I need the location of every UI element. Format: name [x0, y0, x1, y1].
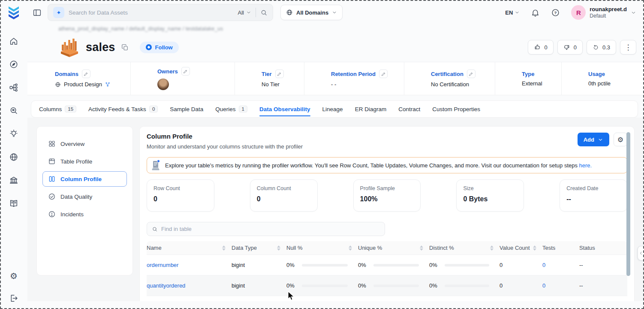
edit-tier-button[interactable]	[275, 70, 284, 78]
language-dropdown[interactable]: EN	[505, 9, 520, 16]
settings-gear-icon[interactable]: ⚙	[9, 271, 18, 281]
tab-label: Queries	[215, 106, 235, 112]
stat-label: Column Count	[257, 185, 311, 191]
col-header-name[interactable]: Name	[147, 241, 232, 254]
unique-pct-bar[interactable]	[373, 264, 419, 267]
docs-link[interactable]: here.	[579, 162, 592, 169]
ai-sparkle-icon[interactable]: ✦	[53, 7, 64, 18]
user-menu[interactable]: R rounakpreet.d Default	[571, 5, 636, 20]
notifications-bell-icon[interactable]	[531, 8, 540, 17]
edit-owners-button[interactable]	[181, 67, 190, 76]
col-header-null-pct[interactable]: Null %	[286, 241, 358, 254]
help-icon[interactable]: ?	[551, 8, 560, 17]
sort-icon[interactable]	[420, 245, 423, 251]
home-icon[interactable]	[9, 36, 18, 46]
stat-value: 100%	[360, 195, 414, 203]
upvote-button[interactable]: 0	[528, 40, 553, 55]
explore-compass-icon[interactable]	[9, 60, 18, 69]
distinct-pct-cell: 0%	[429, 282, 500, 289]
tab-er-diagram[interactable]: ER Diagram	[355, 100, 387, 118]
stat-card-profile-sample: Profile Sample 100%	[353, 179, 421, 212]
tests-link[interactable]: 0	[542, 262, 545, 268]
version-button[interactable]: 0.3	[587, 40, 616, 55]
tab-contract[interactable]: Contract	[398, 100, 420, 118]
col-header-distinct-pct[interactable]: Distinct %	[429, 241, 500, 254]
tab-queries[interactable]: Queries 1	[215, 100, 247, 118]
global-search-input[interactable]	[69, 9, 234, 16]
distinct-pct-bar[interactable]	[445, 264, 489, 267]
downvote-count: 0	[574, 44, 577, 51]
global-search-bar[interactable]: ✦ All	[48, 4, 273, 21]
owner-avatar[interactable]	[157, 79, 169, 90]
side-panel-handle[interactable]	[638, 246, 644, 261]
avatar: R	[571, 5, 586, 20]
stat-label: Profile Sample	[360, 185, 414, 191]
search-scope-dropdown[interactable]: All	[238, 9, 251, 16]
null-pct-bar[interactable]	[302, 285, 348, 287]
copy-link-icon[interactable]	[121, 44, 129, 51]
meta-field-domains: Domains Product Design	[27, 62, 131, 95]
profiler-subnav: Overview Table Profile Column Profile Da…	[36, 126, 133, 276]
subnav-item-column-profile[interactable]: Column Profile	[42, 171, 127, 187]
topbar: ✦ All All Domains EN	[27, 0, 644, 25]
subnav-item-data-quality[interactable]: Data Quality	[42, 189, 127, 204]
column-name-link[interactable]: ordernumber	[147, 262, 178, 268]
edit-retention-button[interactable]	[379, 70, 388, 78]
domains-globe-icon[interactable]	[9, 152, 18, 162]
stat-card-size: Size 0 Bytes	[456, 179, 524, 212]
stat-value: 0 Bytes	[463, 195, 517, 203]
version-history-icon	[593, 44, 599, 51]
tab-count-badge: 15	[65, 106, 76, 112]
govern-bank-icon[interactable]	[9, 176, 18, 185]
app-logo-icon[interactable]	[7, 6, 20, 21]
col-header-data-type[interactable]: Data Type	[232, 241, 286, 254]
subnav-item-incidents[interactable]: Incidents	[42, 206, 127, 222]
sort-icon[interactable]	[222, 245, 226, 251]
domains-value[interactable]: Product Design	[64, 81, 102, 88]
stat-value: 0	[257, 195, 311, 203]
tab-custom-properties[interactable]: Custom Properties	[432, 100, 480, 118]
left-rail: ⚙	[0, 0, 27, 309]
find-in-table-box[interactable]	[147, 222, 385, 236]
downvote-button[interactable]: 0	[557, 40, 583, 55]
col-header-unique-pct[interactable]: Unique %	[358, 241, 429, 254]
glossary-book-icon[interactable]	[9, 199, 18, 208]
insights-bulb-icon[interactable]	[9, 129, 18, 139]
tests-link[interactable]: 0	[542, 282, 545, 289]
logout-icon[interactable]	[9, 294, 18, 303]
table-row: ordernumber bigint 0% 0% 0% 0 0 --	[147, 255, 627, 276]
tab-columns[interactable]: Columns 15	[39, 100, 76, 118]
panel-scrollbar[interactable]	[626, 132, 630, 276]
subdomain-icon[interactable]	[105, 82, 110, 87]
more-actions-button[interactable]: ⋮	[620, 40, 636, 55]
sort-icon[interactable]	[349, 245, 352, 251]
lineage-flow-icon[interactable]	[9, 83, 18, 92]
all-domains-dropdown[interactable]: All Domains	[280, 5, 343, 20]
sidebar-toggle-icon[interactable]	[33, 8, 42, 17]
tab-activity-feeds[interactable]: Activity Feeds & Tasks 0	[88, 100, 158, 118]
sort-icon[interactable]	[277, 245, 280, 251]
subnav-item-table-profile[interactable]: Table Profile	[42, 154, 127, 169]
find-in-table-input[interactable]	[161, 226, 380, 232]
sort-icon[interactable]	[533, 245, 536, 251]
tab-lineage[interactable]: Lineage	[322, 100, 343, 118]
observability-search-icon[interactable]	[9, 106, 18, 115]
subnav-item-overview[interactable]: Overview	[42, 136, 127, 151]
follow-button[interactable]: Follow	[140, 42, 179, 53]
add-button[interactable]: Add	[578, 133, 609, 146]
upvote-count: 0	[544, 44, 547, 51]
column-name-link[interactable]: quantityordered	[147, 282, 185, 289]
col-header-value-count[interactable]: Value Count	[500, 241, 542, 254]
distinct-pct-bar[interactable]	[445, 285, 489, 287]
pencil-icon	[469, 72, 473, 76]
unique-pct-bar[interactable]	[373, 285, 419, 287]
null-pct-bar[interactable]	[302, 264, 348, 267]
breadcrumb[interactable]: athena_prod_display_name / default_displ…	[58, 26, 238, 32]
tab-data-observability[interactable]: Data Observability	[259, 100, 310, 118]
sort-icon[interactable]	[490, 245, 494, 251]
search-icon[interactable]	[260, 9, 268, 16]
edit-domains-button[interactable]	[82, 70, 90, 78]
edit-certification-button[interactable]	[467, 70, 475, 78]
profiler-settings-button[interactable]: ⚙	[614, 133, 627, 146]
tab-sample-data[interactable]: Sample Data	[170, 100, 203, 118]
